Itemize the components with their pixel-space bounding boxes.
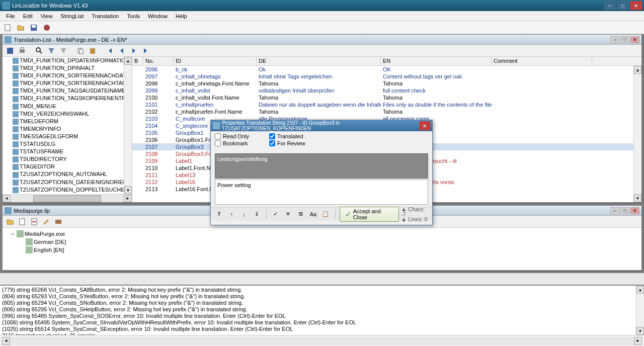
proj-open-button[interactable] xyxy=(5,216,16,227)
menu-help[interactable]: Help xyxy=(172,12,191,20)
first-button[interactable] xyxy=(104,45,115,56)
grid-scroll-up-button[interactable]: ▲ xyxy=(634,66,641,74)
tree-vscroll[interactable]: ▲ ▼ xyxy=(124,57,132,194)
tree-item[interactable]: TMESSAGEDLGFORM xyxy=(3,133,132,140)
proj-edit-button[interactable] xyxy=(41,216,52,227)
apply-button[interactable]: ✓ xyxy=(270,209,281,220)
scroll-left-button[interactable]: ◄ xyxy=(3,195,11,202)
tree-hscroll[interactable]: ◄ ► xyxy=(3,194,132,202)
tree-item[interactable]: TTAGEDITOR xyxy=(3,163,132,170)
grid-vscroll[interactable]: ▲ ▼ xyxy=(633,66,641,202)
tree-item[interactable]: TMDI_MENUE xyxy=(3,103,132,110)
filter-clear-button[interactable] xyxy=(58,45,69,56)
log-panel[interactable]: (779) string 65268 Vcl_Consts_SAllButton… xyxy=(0,285,644,335)
find-button[interactable] xyxy=(34,45,45,56)
log-vscroll[interactable]: ▲ ▼ xyxy=(636,286,644,335)
menu-view[interactable]: View xyxy=(37,12,57,20)
accept-and-close-button[interactable]: ✓ Accept and Close xyxy=(340,207,399,222)
save-list-button[interactable] xyxy=(5,45,16,56)
table-row[interactable]: 2098c_inhalt_ohnetags.Font.NameTahomaTah… xyxy=(132,80,641,87)
menu-window[interactable]: Window xyxy=(144,12,172,20)
proj-maximize-button[interactable]: □ xyxy=(620,207,629,214)
tree-item[interactable]: TZUSATZOPTIONEN_DATEIENIGNORIEREN xyxy=(3,179,132,186)
next-button[interactable] xyxy=(128,45,139,56)
read-only-checkbox[interactable]: Read Only xyxy=(215,133,249,139)
filter-button[interactable] xyxy=(46,45,57,56)
table-row[interactable]: 2100c_inhalt_vollst.Font.NameTahomaTahom… xyxy=(132,94,641,101)
last-button[interactable] xyxy=(140,45,151,56)
proj-add-button[interactable] xyxy=(17,216,28,227)
table-row[interactable]: 2101c_inhaltpruefenDateien nur als doppe… xyxy=(132,101,641,108)
link-button[interactable]: ⧉ xyxy=(295,209,306,220)
print-button[interactable] xyxy=(17,45,28,56)
paste-button[interactable] xyxy=(87,45,98,56)
tree-item[interactable]: TSTATUSDLG xyxy=(3,140,132,148)
col-no[interactable]: No. xyxy=(143,57,174,65)
menu-translation[interactable]: Translation xyxy=(88,12,123,20)
log-scroll-down-button[interactable]: ▼ xyxy=(636,327,644,335)
copy-button[interactable] xyxy=(75,45,86,56)
tree-item[interactable]: TMDI_FUNKTION_SORTIERENNACHDATEINAMEN xyxy=(3,72,132,79)
mdi-maximize-button[interactable]: □ xyxy=(620,36,629,43)
menu-file[interactable]: File xyxy=(2,12,19,20)
proj-minimize-button[interactable]: ─ xyxy=(610,207,619,214)
tree-item[interactable]: TMDI_FUNKTION_DPDATEIINFORMATIONEN xyxy=(3,57,132,64)
grid-scroll-down-button[interactable]: ▼ xyxy=(634,194,641,202)
menu-tools[interactable]: Tools xyxy=(123,12,144,20)
menu-stringlist[interactable]: StringList xyxy=(56,12,88,20)
project-tree-item[interactable]: German [DE] xyxy=(5,238,639,246)
proj-remove-button[interactable] xyxy=(29,216,40,227)
open-button[interactable] xyxy=(15,22,26,33)
check-button[interactable] xyxy=(41,22,52,33)
mdi-close-button[interactable]: ✕ xyxy=(630,36,639,43)
table-row[interactable]: 2097c_inhalt_ohnetagsInhalt ohne Tags ve… xyxy=(132,73,641,80)
close-button[interactable]: ✕ xyxy=(630,1,642,10)
col-bookmark[interactable]: B xyxy=(132,57,143,65)
tree-item[interactable]: TZUSATZOPTIONEN_DOPPELTESUCHENAEHNLIC xyxy=(3,186,132,194)
tree-item[interactable]: TMDI_FUNKTION_TAGSAUSDATEINAMEN xyxy=(3,87,132,95)
tree-item[interactable]: TMELDEFORM xyxy=(3,118,132,125)
mdi-minimize-button[interactable]: ─ xyxy=(610,36,619,43)
col-comment[interactable]: Comment xyxy=(492,57,592,65)
col-de[interactable]: DE xyxy=(257,57,381,65)
tree-item[interactable]: TZUSATZOPTIONEN_AUTOWAHL xyxy=(3,170,132,178)
log-scroll-up-button[interactable]: ▲ xyxy=(636,286,644,294)
prev-button[interactable] xyxy=(116,45,127,56)
project-tree[interactable]: −MediaPurge.exeGerman [DE]English [EN] xyxy=(3,228,641,270)
scroll-up-button[interactable]: ▲ xyxy=(124,57,132,65)
tree-item[interactable]: TMEMORYINFO xyxy=(3,125,132,133)
tree-item[interactable]: TMDI_FUNKTION_DPINHALT xyxy=(3,64,132,72)
project-tree-item[interactable]: −MediaPurge.exe xyxy=(5,230,639,238)
translated-checkbox[interactable]: Translated xyxy=(269,133,305,139)
bottom-scroll-right-button[interactable]: ► xyxy=(634,337,642,345)
nav-first-button[interactable]: ⇑ xyxy=(214,209,224,220)
col-id[interactable]: ID xyxy=(174,57,257,65)
maximize-button[interactable]: □ xyxy=(617,1,629,10)
project-tree-item[interactable]: English [EN] xyxy=(5,246,639,254)
bottom-hscroll[interactable]: ◄ ► xyxy=(2,337,642,345)
scroll-right-button[interactable]: ► xyxy=(124,195,132,202)
menu-edit[interactable]: Edit xyxy=(19,12,37,20)
scroll-down-button[interactable]: ▼ xyxy=(124,186,132,194)
nav-last-button[interactable]: ⇓ xyxy=(252,209,262,220)
col-en[interactable]: EN xyxy=(381,57,492,65)
table-row[interactable]: 2102c_inhaltpruefen.Font.NameTahomaTahom… xyxy=(132,108,641,115)
bookmark-checkbox[interactable]: Bookmark xyxy=(215,140,249,146)
for-review-checkbox[interactable]: For Review xyxy=(269,140,305,146)
tree-item[interactable]: TMDI_FUNKTION_SORTIERENNACHTAGS xyxy=(3,79,132,87)
expand-icon[interactable]: − xyxy=(10,231,16,237)
tree-item[interactable]: TSUBDIRECTORY xyxy=(3,155,132,163)
clipboard-button[interactable]: 📋 xyxy=(320,209,331,220)
tree-item[interactable]: TMDI_FUNKTION_TAGSKOPIERENENTFERNEN xyxy=(3,95,132,102)
proj-build-button[interactable] xyxy=(53,216,64,227)
table-row[interactable]: 2099c_inhalt_vollstvollständigen Inhalt … xyxy=(132,87,641,94)
proj-close-button[interactable]: ✕ xyxy=(630,207,639,214)
case-button[interactable]: Aa xyxy=(308,209,318,220)
tree-item[interactable]: TSTATUSFRAME xyxy=(3,148,132,155)
nav-next-button[interactable]: ↓ xyxy=(239,209,250,220)
revert-button[interactable]: ✕ xyxy=(283,209,293,220)
form-tree[interactable]: TMDI_FUNKTION_DPDATEIINFORMATIONENTMDI_F… xyxy=(3,57,132,202)
tree-item[interactable]: TMDI_VERZEICHNISWAHL xyxy=(3,110,132,118)
dialog-close-button[interactable]: ✕ xyxy=(419,121,430,130)
nav-prev-button[interactable]: ↑ xyxy=(226,209,237,220)
